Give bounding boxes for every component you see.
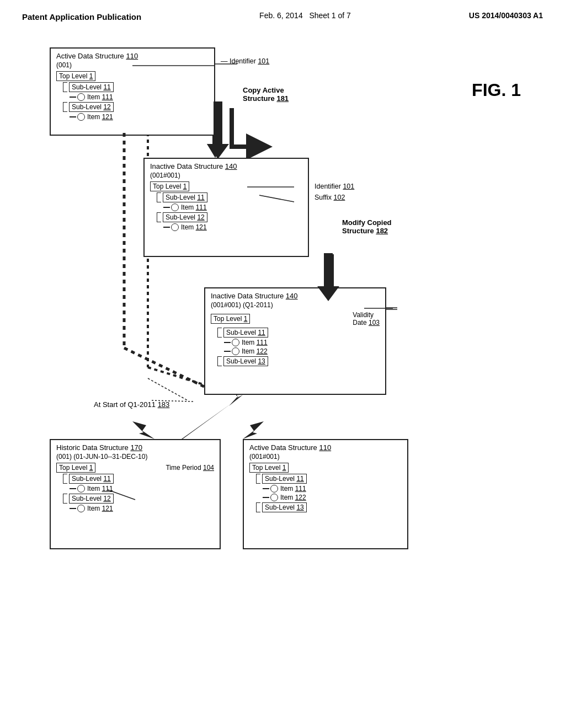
active2-item111: Item 111 (263, 485, 402, 493)
inactive1-title: Inactive Data Structure 140 (150, 162, 302, 170)
at-start-label: At Start of Q1-2011 183 (94, 400, 169, 409)
historic-sublevel12: Sub-Level 12 (63, 494, 214, 504)
diagram-area: Active Data Structure 110 (001) Top Leve… (22, 36, 543, 687)
publication-label: Patent Application Publication (22, 12, 141, 22)
active2-id: (001#001) (249, 453, 402, 461)
inactive2-item122: Item 122 (224, 347, 380, 355)
historic-item111: Item 111 (70, 485, 214, 493)
date-label: Feb. 6, 2014 (259, 11, 303, 20)
header: Patent Application Publication Feb. 6, 2… (22, 11, 543, 25)
inactive2-title: Inactive Data Structure 140 (211, 292, 380, 300)
active2-sublevel13: Sub-Level 13 (256, 502, 402, 512)
copy-active-label: Copy ActiveStructure 181 (243, 86, 289, 103)
box-inactive2: Inactive Data Structure 140 (001#001) (Q… (204, 287, 386, 395)
svg-marker-24 (132, 421, 154, 439)
historic-toplevel-row: Top Level 1 Time Period 104 (56, 463, 214, 473)
box-active1: Active Data Structure 110 (001) Top Leve… (50, 47, 215, 136)
patent-number: US 2014/0040303 A1 (469, 11, 543, 20)
active1-id: (001) (56, 61, 209, 69)
inactive1-sublevel12: Sub-Level 12 (157, 212, 302, 222)
historic-sublevel11: Sub-Level 11 (63, 474, 214, 484)
inactive2-toplevel-row: Top Level 1 ValidityDate 103 (211, 311, 380, 326)
active2-toplevel: Top Level 1 (249, 463, 402, 473)
active2-sublevel11: Sub-Level 11 (256, 474, 402, 484)
identifier101-label2: Identifier 101 (315, 183, 354, 190)
header-center: Feb. 6, 2014 Sheet 1 of 7 (259, 11, 351, 20)
box-historic: Historic Data Structure 170 (001) (01-JU… (50, 439, 221, 549)
sheet-label: Sheet 1 of 7 (309, 11, 351, 20)
svg-line-12 (148, 378, 188, 400)
active1-sublevel12: Sub-Level 12 (63, 102, 209, 112)
header-left: Patent Application Publication (22, 11, 141, 23)
modify-copied-label: Modify CopiedStructure 182 (342, 218, 392, 235)
identifier101-label1: — Identifier 101 (221, 57, 269, 65)
svg-line-23 (124, 348, 204, 387)
box-active2: Active Data Structure 110 (001#001) Top … (243, 439, 408, 549)
inactive2-sublevel13: Sub-Level 13 (217, 356, 380, 366)
inactive1-id: (001#001) (150, 172, 302, 179)
inactive2-sublevel11: Sub-Level 11 (217, 328, 380, 338)
inactive2-item111: Item 111 (224, 339, 380, 346)
active2-title: Active Data Structure 110 (249, 443, 402, 452)
active1-toplevel: Top Level 1 (56, 71, 209, 81)
inactive1-toplevel: Top Level 1 (150, 181, 302, 191)
inactive1-sublevel11: Sub-Level 11 (157, 192, 302, 202)
inactive1-item111: Item 111 (163, 204, 302, 211)
historic-item121: Item 121 (70, 505, 214, 512)
active1-title: Active Data Structure 110 (56, 52, 209, 60)
active1-item111: Item 111 (70, 93, 209, 101)
svg-marker-25 (243, 421, 264, 439)
inactive2-id: (001#001) (Q1-2011) (211, 301, 380, 309)
active2-item122: Item 122 (263, 494, 402, 501)
inactive1-item121: Item 121 (163, 223, 302, 231)
active1-item121: Item 121 (70, 113, 209, 121)
header-right: US 2014/0040303 A1 (469, 11, 543, 20)
historic-id: (001) (01-JUN-10--31-DEC-10) (56, 453, 214, 461)
box-inactive1: Inactive Data Structure 140 (001#001) To… (143, 158, 309, 257)
historic-title: Historic Data Structure 170 (56, 443, 214, 452)
suffix102-label: Suffix 102 (315, 194, 345, 201)
active1-sublevel11: Sub-Level 11 (63, 82, 209, 92)
page: Patent Application Publication Feb. 6, 2… (0, 0, 565, 728)
